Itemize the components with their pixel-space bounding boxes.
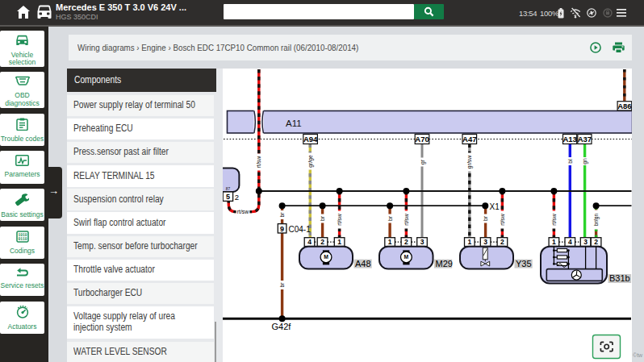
- svg-text:rt/sw: rt/sw: [337, 214, 342, 225]
- svg-text:br: br: [279, 282, 285, 288]
- svg-text:A13: A13: [562, 135, 576, 144]
- svg-text:gn: gn: [582, 158, 588, 164]
- svg-text:Y35: Y35: [516, 259, 532, 268]
- svg-text:3: 3: [483, 238, 487, 246]
- svg-text:A86: A86: [617, 102, 631, 110]
- svg-text:br: br: [387, 215, 393, 221]
- svg-text:A37: A37: [578, 135, 592, 144]
- svg-text:2: 2: [594, 238, 598, 246]
- svg-text:br: br: [320, 215, 325, 221]
- svg-text:A48: A48: [355, 259, 371, 268]
- svg-text:A94: A94: [303, 135, 318, 144]
- svg-text:A47: A47: [462, 135, 476, 144]
- svg-text:M: M: [404, 254, 409, 260]
- svg-text:9: 9: [280, 225, 284, 233]
- svg-text:2: 2: [320, 238, 324, 246]
- svg-text:3: 3: [420, 238, 424, 246]
- svg-text:1: 1: [388, 238, 392, 246]
- svg-text:4: 4: [307, 238, 312, 246]
- svg-text:br: br: [279, 212, 285, 218]
- svg-text:G42f: G42f: [272, 322, 292, 331]
- svg-text:X1: X1: [490, 202, 500, 211]
- svg-text:rt/sw: rt/sw: [551, 214, 557, 225]
- svg-text:rt/sw: rt/sw: [237, 209, 249, 214]
- svg-text:gr/ge: gr/ge: [307, 155, 314, 168]
- svg-text:87: 87: [226, 187, 231, 191]
- svg-text:br: br: [483, 215, 488, 221]
- svg-text:M29: M29: [436, 259, 453, 268]
- svg-text:br/gn: br/gn: [593, 214, 600, 227]
- svg-text:1: 1: [337, 238, 341, 246]
- svg-text:gr: gr: [420, 159, 426, 164]
- svg-text:gr/sw: gr/sw: [466, 156, 473, 169]
- svg-text:1: 1: [467, 238, 471, 246]
- svg-text:A70: A70: [415, 135, 429, 144]
- svg-text:bl: bl: [567, 159, 573, 164]
- svg-text:2: 2: [404, 238, 408, 246]
- svg-text:B31b: B31b: [609, 273, 630, 283]
- svg-text:3: 3: [583, 238, 588, 246]
- svg-text:C04-1: C04-1: [289, 225, 312, 234]
- svg-text:rt/sw: rt/sw: [500, 214, 505, 225]
- svg-text:A11: A11: [286, 119, 302, 128]
- svg-text:2: 2: [500, 238, 504, 246]
- svg-text:1: 1: [552, 238, 556, 246]
- svg-text:2: 2: [235, 193, 239, 202]
- svg-text:rt/sw: rt/sw: [404, 214, 409, 225]
- svg-text:0110: 0110: [18, 236, 27, 240]
- svg-text:M: M: [324, 254, 328, 260]
- svg-text:4: 4: [568, 238, 572, 246]
- svg-text:5: 5: [226, 193, 230, 201]
- svg-text:rt/sw: rt/sw: [256, 156, 261, 168]
